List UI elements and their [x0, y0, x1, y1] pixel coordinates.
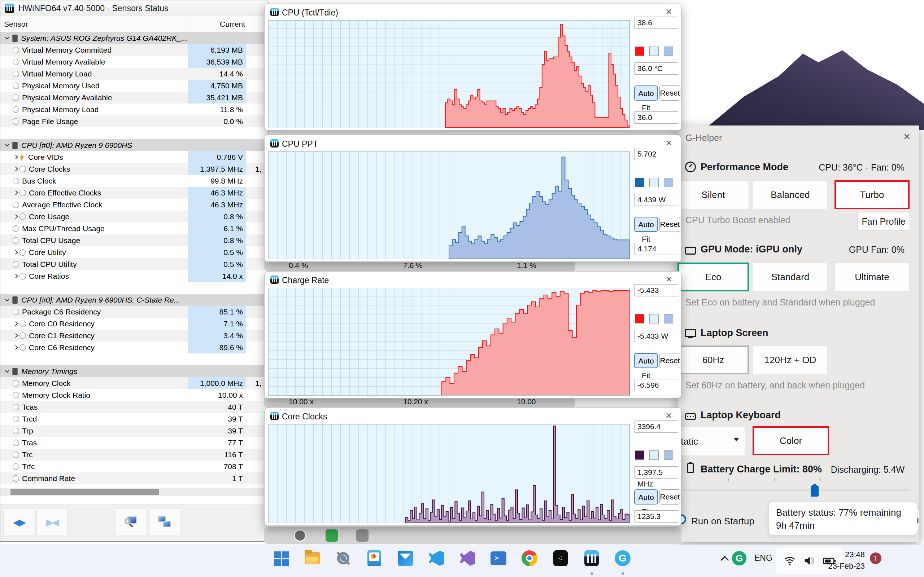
sensor-row[interactable]: Command Rate1 T — [0, 472, 268, 484]
sensor-row[interactable]: Physical Memory Load11.8 % — [0, 103, 268, 115]
chevron-right-icon[interactable] — [13, 274, 18, 279]
sensor-group-row[interactable]: System: ASUS ROG Zephyrus G14 GA402RK_..… — [0, 32, 268, 44]
perf-silent-button[interactable]: Silent — [677, 180, 749, 209]
sensor-row[interactable]: Virtual Memory Committed6,193 MB — [0, 44, 268, 56]
fan-profile-button[interactable]: Fan Profile — [857, 212, 910, 231]
grid-color-swatch[interactable] — [664, 314, 673, 324]
column-header-current[interactable]: Current — [188, 20, 245, 29]
close-icon[interactable]: × — [662, 409, 675, 422]
language-indicator[interactable]: ENG — [754, 553, 772, 563]
vscode-button[interactable] — [428, 550, 445, 567]
sensor-row[interactable]: Trp39 T — [0, 425, 268, 437]
chevron-down-icon[interactable] — [5, 297, 10, 301]
series-color-swatch[interactable] — [635, 178, 644, 187]
sensor-row[interactable]: Core Ratios14.0 x — [0, 270, 268, 282]
ghelper-taskbar-button[interactable]: G — [614, 550, 631, 567]
chevron-right-icon[interactable] — [13, 214, 18, 219]
sensor-row[interactable]: Max CPU/Thread Usage6.1 % — [0, 222, 268, 234]
notification-badge[interactable]: 1 — [870, 553, 881, 564]
chrome-button[interactable] — [521, 550, 538, 567]
perf-turbo-button[interactable]: Turbo — [835, 180, 909, 209]
obscured-window-sliver[interactable] — [264, 527, 682, 544]
sensor-row[interactable]: Trfc708 T — [0, 461, 268, 472]
visual-studio-button[interactable] — [459, 550, 476, 567]
remote-monitoring-button[interactable] — [149, 508, 180, 536]
close-icon[interactable]: × — [903, 130, 910, 143]
chevron-right-icon[interactable] — [13, 321, 18, 326]
gpu-ultimate-button[interactable]: Ultimate — [835, 263, 909, 292]
keyboard-mode-dropdown[interactable]: Static — [677, 427, 745, 456]
powershell-button[interactable]: >_ — [490, 550, 507, 567]
sensor-row[interactable]: Virtual Memory Available36,539 MB — [0, 56, 268, 68]
chevron-down-icon[interactable] — [5, 368, 10, 373]
sensor-row[interactable]: Tras77 T — [0, 437, 268, 449]
gpu-standard-button[interactable]: Standard — [753, 263, 828, 292]
reset-button[interactable]: Reset — [659, 353, 680, 368]
run-on-startup-label[interactable]: Run on Startup — [691, 516, 754, 527]
sensor-row[interactable]: Core VIDs0.786 V — [0, 151, 268, 163]
grammarly-tray-icon[interactable]: G — [732, 551, 746, 566]
series-color-swatch[interactable] — [635, 314, 644, 324]
grid-color-swatch[interactable] — [664, 47, 673, 56]
chevron-right-icon[interactable] — [13, 155, 18, 160]
sensor-row[interactable]: Total CPU Usage0.8 % — [0, 234, 268, 246]
auto-fit-button[interactable]: Auto Fit — [634, 217, 658, 232]
system-summary-button[interactable] — [115, 508, 146, 536]
clock[interactable]: 23:48 23-Feb-23 — [816, 549, 865, 572]
sensor-row[interactable]: Bus Clock99.8 MHz — [0, 175, 268, 187]
series-color-swatch[interactable] — [635, 450, 644, 460]
sensor-row[interactable]: Core Clocks1,397.5 MHz1, — [0, 163, 268, 175]
sensor-row[interactable]: Physical Memory Used4,750 MB — [0, 80, 268, 92]
obscured-window-sliver[interactable]: 10.00 x 10.20 x 10.00 — [264, 398, 575, 407]
sensor-group-row[interactable]: CPU [#0]: AMD Ryzen 9 6900HS: C-State Re… — [0, 294, 268, 306]
sensor-row[interactable]: Core Effective Clocks46.3 MHz — [0, 187, 268, 199]
chevron-right-icon[interactable] — [13, 190, 18, 195]
background-color-swatch[interactable] — [649, 178, 659, 187]
settings-button[interactable] — [335, 550, 352, 567]
sensor-row[interactable]: Core C6 Residency89.6 % — [0, 342, 268, 353]
sensor-row[interactable]: Core Usage0.8 % — [0, 211, 268, 222]
background-color-swatch[interactable] — [649, 314, 659, 324]
sensor-row[interactable]: Core C0 Residency7.1 % — [0, 318, 268, 330]
sensor-row[interactable]: Trcd39 T — [0, 413, 268, 425]
screen-60hz-button[interactable]: 60Hz — [677, 345, 749, 374]
file-explorer-button[interactable] — [304, 550, 320, 567]
hwinfo-taskbar-button[interactable] — [583, 550, 600, 567]
grid-color-swatch[interactable] — [664, 450, 673, 460]
start-button[interactable] — [273, 550, 289, 567]
series-color-swatch[interactable] — [635, 47, 644, 56]
auto-fit-button[interactable]: Auto Fit — [634, 85, 658, 101]
background-color-swatch[interactable] — [649, 47, 659, 56]
horizontal-scrollbar[interactable] — [0, 488, 269, 496]
grid-color-swatch[interactable] — [664, 178, 673, 187]
sensor-group-row[interactable]: Memory Timings — [0, 365, 268, 377]
sensor-row[interactable]: Package C6 Residency85.1 % — [0, 306, 268, 318]
auto-fit-button[interactable]: Auto Fit — [634, 353, 658, 368]
perf-balanced-button[interactable]: Balanced — [753, 180, 828, 209]
screen-120hz-button[interactable]: 120Hz + OD — [753, 345, 828, 374]
close-icon[interactable]: × — [662, 137, 675, 149]
sensor-row[interactable]: Core C1 Residency3.4 % — [0, 330, 268, 342]
scrollbar-thumb[interactable] — [10, 489, 159, 495]
sensor-row[interactable]: Memory Clock Ratio10.00 x — [0, 389, 268, 401]
black-app-button[interactable]: ⁖ — [552, 550, 569, 567]
chevron-right-icon[interactable] — [13, 167, 18, 171]
column-header-sensor[interactable]: Sensor — [4, 20, 28, 29]
sensor-row[interactable]: Total CPU Utility0.5 % — [0, 258, 268, 270]
chevron-right-icon[interactable] — [13, 333, 18, 338]
close-icon[interactable]: × — [662, 273, 675, 285]
sensor-row[interactable]: Virtual Memory Load14.4 % — [0, 68, 268, 80]
reset-button[interactable]: Reset — [659, 85, 680, 101]
sensor-row[interactable]: Trc116 T — [0, 449, 268, 461]
background-color-swatch[interactable] — [649, 450, 659, 460]
battery-limit-slider[interactable] — [683, 489, 910, 491]
sensor-row[interactable]: Tcas40 T — [0, 401, 268, 413]
keyboard-color-button[interactable]: Color — [753, 426, 829, 455]
gpu-eco-button[interactable]: Eco — [677, 263, 749, 292]
chevron-right-icon[interactable] — [13, 250, 18, 255]
chevron-right-icon[interactable] — [13, 345, 18, 350]
mail-button[interactable] — [397, 550, 414, 567]
sensor-row[interactable]: Memory Clock1,000.0 MHz1, — [0, 377, 268, 389]
reset-button[interactable]: Reset — [659, 489, 680, 504]
obscured-window-sliver[interactable]: 0.4 % 7.6 % 1.1 % — [264, 262, 575, 271]
